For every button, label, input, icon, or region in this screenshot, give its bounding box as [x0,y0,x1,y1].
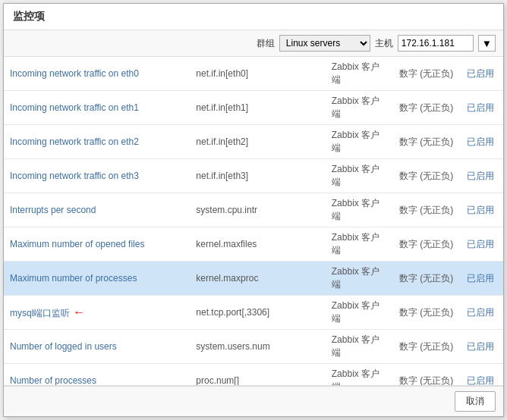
dialog-title: 监控项 [4,4,503,30]
table-row[interactable]: Incoming network traffic on eth1net.if.i… [4,91,503,125]
item-dtype: 数字 (无正负) [393,125,461,159]
item-type: Zabbix 客户端 [326,227,393,262]
item-name-link[interactable]: mysql端口监听 [10,308,70,318]
item-key: system.users.num [190,330,325,364]
item-key: system.cpu.intr [190,193,325,227]
item-status: 已启用 [461,227,503,262]
table-row[interactable]: Interrupts per secondsystem.cpu.intrZabb… [4,193,503,227]
item-dtype: 数字 (无正负) [393,296,461,330]
toolbar: 群组 Linux servers 主机 ▼ [4,30,503,57]
item-type: Zabbix 客户端 [326,159,393,193]
table-row[interactable]: Incoming network traffic on eth2net.if.i… [4,125,503,159]
host-input[interactable] [398,35,474,52]
item-name-link[interactable]: Incoming network traffic on eth3 [10,171,139,181]
item-type: Zabbix 客户端 [326,91,393,125]
item-status: 已启用 [461,330,503,364]
item-status: 已启用 [461,364,503,387]
item-type: Zabbix 客户端 [326,364,393,387]
item-type: Zabbix 客户端 [326,330,393,364]
item-key: net.tcp.port[,3306] [190,296,325,330]
item-status: 已启用 [461,296,503,330]
table-row[interactable]: Number of processesproc.num[]Zabbix 客户端数… [4,364,503,387]
item-type: Zabbix 客户端 [326,193,393,227]
host-dropdown-btn[interactable]: ▼ [478,35,496,52]
item-dtype: 数字 (无正负) [393,227,461,262]
host-label: 主机 [375,37,393,50]
item-key: net.if.in[eth1] [190,91,325,125]
dialog: 监控项 群组 Linux servers 主机 ▼ Incoming netwo… [3,3,504,417]
item-type: Zabbix 客户端 [326,57,393,91]
item-status: 已启用 [461,57,503,91]
table-container: Incoming network traffic on eth0net.if.i… [4,57,503,386]
item-key: net.if.in[eth2] [190,125,325,159]
item-status: 已启用 [461,159,503,193]
item-dtype: 数字 (无正负) [393,330,461,364]
items-table: Incoming network traffic on eth0net.if.i… [4,57,503,386]
table-row[interactable]: Number of logged in userssystem.users.nu… [4,330,503,364]
item-dtype: 数字 (无正负) [393,91,461,125]
item-status: 已启用 [461,193,503,227]
table-row[interactable]: Maximum number of opened fileskernel.max… [4,227,503,262]
item-dtype: 数字 (无正负) [393,262,461,296]
item-name-link[interactable]: Interrupts per second [10,205,96,215]
item-name-link[interactable]: Maximum number of opened files [10,239,144,249]
table-row[interactable]: Incoming network traffic on eth3net.if.i… [4,159,503,193]
item-dtype: 数字 (无正负) [393,159,461,193]
item-key: kernel.maxproc [190,262,325,296]
cancel-button[interactable]: 取消 [455,391,496,412]
table-row[interactable]: mysql端口监听←net.tcp.port[,3306]Zabbix 客户端数… [4,296,503,330]
item-type: Zabbix 客户端 [326,296,393,330]
item-type: Zabbix 客户端 [326,125,393,159]
item-status: 已启用 [461,262,503,296]
item-type: Zabbix 客户端 [326,262,393,296]
item-status: 已启用 [461,125,503,159]
item-key: kernel.maxfiles [190,227,325,262]
item-name-link[interactable]: Incoming network traffic on eth2 [10,136,139,147]
table-row[interactable]: Maximum number of processeskernel.maxpro… [4,262,503,296]
item-key: net.if.in[eth0] [190,57,325,91]
table-row[interactable]: Incoming network traffic on eth0net.if.i… [4,57,503,91]
item-dtype: 数字 (无正负) [393,364,461,387]
item-status: 已启用 [461,91,503,125]
item-name-link[interactable]: Number of processes [10,375,96,386]
item-dtype: 数字 (无正负) [393,57,461,91]
item-key: proc.num[] [190,364,325,387]
group-label: 群组 [257,37,275,50]
item-dtype: 数字 (无正负) [393,193,461,227]
arrow-icon: ← [73,306,85,319]
dialog-footer: 取消 [4,386,503,416]
item-key: net.if.in[eth3] [190,159,325,193]
item-name-link[interactable]: Maximum number of processes [10,273,137,284]
group-select[interactable]: Linux servers [279,35,370,52]
item-name-link[interactable]: Incoming network traffic on eth0 [10,68,139,79]
item-name-link[interactable]: Number of logged in users [10,341,117,352]
item-name-link[interactable]: Incoming network traffic on eth1 [10,102,139,113]
